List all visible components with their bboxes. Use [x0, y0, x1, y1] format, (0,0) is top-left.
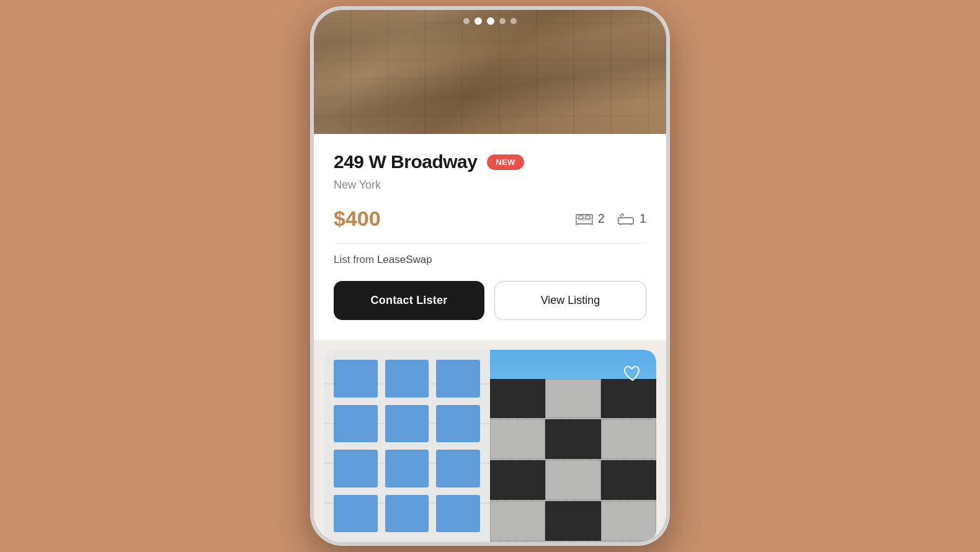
property-address: 249 W Broadway: [334, 151, 477, 172]
window: [385, 360, 429, 398]
property-image: [314, 10, 666, 134]
bedrooms-count: 2: [598, 211, 605, 226]
svg-rect-2: [579, 216, 583, 219]
window: [436, 450, 480, 487]
property-card: 249 W Broadway NEW New York $400: [314, 134, 666, 340]
carousel-dots: [463, 17, 517, 25]
balcony-cell: [545, 460, 600, 500]
balcony-cell: [490, 419, 545, 459]
balcony-cell: [601, 501, 656, 541]
wood-texture: [314, 10, 666, 134]
divider: [334, 243, 646, 244]
balcony-row: [490, 460, 656, 501]
window: [385, 450, 429, 487]
svg-rect-6: [618, 218, 633, 224]
svg-rect-3: [586, 216, 590, 219]
window: [385, 405, 429, 443]
contact-lister-button[interactable]: Contact Lister: [334, 281, 484, 320]
list-source-prefix: List from: [334, 254, 377, 265]
bedrooms-item: 2: [576, 211, 605, 226]
favorite-button[interactable]: [619, 360, 646, 387]
carousel-dot-4[interactable]: [499, 18, 506, 24]
phone-device: 249 W Broadway NEW New York $400: [310, 6, 670, 546]
windows-grid: [324, 350, 490, 542]
balcony-cell: [545, 501, 600, 541]
balcony-cell: [601, 460, 656, 500]
svg-line-7: [620, 224, 621, 225]
window: [436, 405, 480, 443]
list-source-name: LeaseSwap: [377, 254, 432, 265]
property-price: $400: [334, 207, 381, 231]
bath-icon: [617, 213, 635, 225]
balcony-cell: [545, 379, 600, 419]
list-source: List from LeaseSwap: [334, 254, 646, 266]
second-listing-section: [314, 340, 666, 542]
window: [334, 495, 378, 533]
balcony-cell: [601, 419, 656, 459]
balconies: [490, 379, 656, 543]
price-amenities-row: $400 2: [334, 207, 646, 231]
carousel-dot-5[interactable]: [510, 18, 517, 24]
window: [334, 405, 378, 443]
balcony-cell: [490, 501, 545, 541]
second-listing-card[interactable]: [324, 350, 656, 542]
view-listing-button[interactable]: View Listing: [494, 281, 646, 320]
balcony-cell: [490, 460, 545, 500]
new-badge: NEW: [487, 154, 523, 170]
building-left: [324, 350, 490, 542]
balcony-cell: [490, 379, 545, 419]
building-image: [324, 350, 656, 542]
window: [334, 360, 378, 398]
carousel-dot-2[interactable]: [474, 17, 482, 25]
carousel-dot-1[interactable]: [463, 18, 470, 24]
window: [385, 495, 429, 533]
bed-icon: [576, 213, 593, 225]
property-header: 249 W Broadway NEW: [334, 151, 646, 172]
amenities-row: 2 1: [576, 211, 646, 226]
window: [334, 450, 378, 487]
property-city: New York: [334, 179, 646, 192]
heart-icon: [623, 364, 642, 383]
window: [436, 495, 480, 533]
action-buttons: Contact Lister View Listing: [334, 281, 646, 320]
balcony-cell: [545, 419, 600, 459]
balcony-row: [490, 419, 656, 460]
phone-screen: 249 W Broadway NEW New York $400: [314, 10, 666, 542]
carousel-dot-3[interactable]: [487, 17, 494, 25]
bathrooms-item: 1: [617, 211, 646, 226]
window: [436, 360, 480, 398]
building-structure: [490, 379, 656, 543]
bathrooms-count: 1: [639, 211, 646, 226]
svg-line-8: [631, 224, 631, 225]
balcony-row: [490, 501, 656, 542]
